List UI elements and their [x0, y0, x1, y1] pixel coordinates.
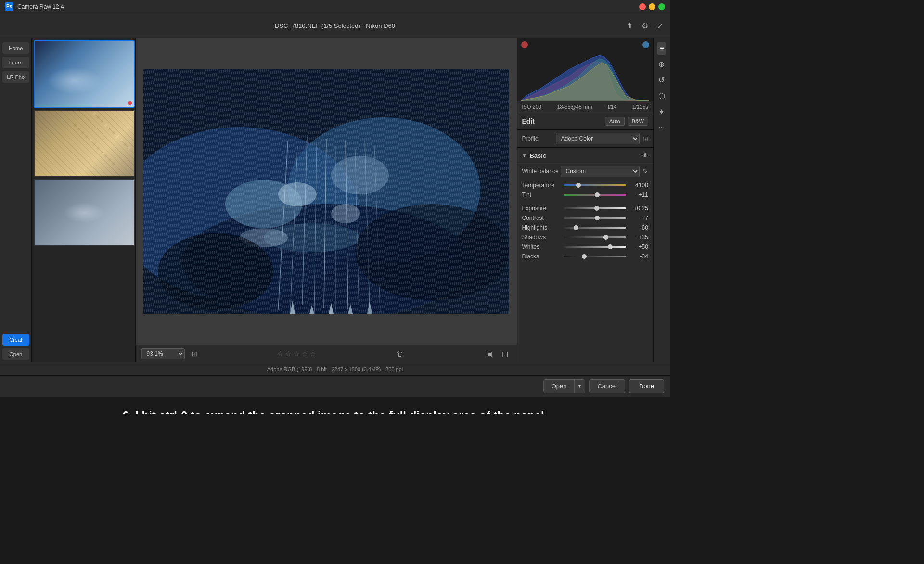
- contrast-track[interactable]: [564, 217, 626, 219]
- edit-title: Edit: [522, 117, 535, 125]
- sidebar-item-open[interactable]: Open: [2, 348, 29, 360]
- blacks-value: -34: [629, 253, 648, 260]
- svg-line-9: [302, 137, 307, 305]
- star-5[interactable]: ☆: [310, 350, 316, 358]
- done-button[interactable]: Done: [629, 379, 664, 393]
- svg-line-8: [290, 146, 297, 314]
- tint-thumb[interactable]: [595, 192, 600, 197]
- right-icon-adjust[interactable]: ≡: [657, 42, 666, 55]
- iso-info: ISO 200: [522, 104, 541, 110]
- svg-point-18: [331, 204, 360, 223]
- shadow-clipping-indicator[interactable]: [642, 41, 649, 48]
- whites-thumb[interactable]: [608, 244, 613, 249]
- app-title: Camera Raw 12.4: [17, 3, 64, 10]
- caption-text: 6. I hit ctrl-0 to expand the cropped im…: [123, 409, 548, 414]
- contrast-label: Contrast: [522, 215, 561, 221]
- open-button-group: Open ▾: [543, 379, 586, 393]
- sidebar-item-lr[interactable]: LR Pho: [2, 71, 29, 83]
- highlights-value: -60: [629, 224, 648, 231]
- canvas-area: 93.1% 50% 100% Fit in View ⊞ ☆ ☆ ☆ ☆ ☆ 🗑…: [136, 38, 517, 362]
- view-controls: ▣ ◫: [483, 349, 511, 359]
- sidebar-item-home[interactable]: Home: [2, 42, 29, 54]
- profile-row: Profile Adobe Color Adobe Standard Adobe…: [517, 130, 653, 148]
- sidebar-item-create[interactable]: Creat: [2, 334, 29, 346]
- sidebar-item-learn[interactable]: Learn: [2, 57, 29, 68]
- thumbnail-item[interactable]: [34, 40, 135, 108]
- shutter-info: 1/125s: [632, 104, 648, 110]
- expand-button[interactable]: ⤢: [655, 19, 665, 32]
- basic-section-header[interactable]: ▼ Basic 👁: [517, 148, 653, 164]
- thumbnail-item[interactable]: [34, 179, 135, 246]
- right-icon-bar: ≡ ⊕ ↺ ⬡ ✦ ···: [653, 38, 670, 362]
- blacks-track[interactable]: [564, 256, 626, 257]
- profile-select[interactable]: Adobe Color Adobe Standard Adobe Landsca…: [556, 133, 640, 144]
- full-screen-button[interactable]: ▣: [483, 349, 495, 359]
- svg-marker-22: [290, 300, 295, 314]
- compare-button[interactable]: ◫: [499, 349, 511, 359]
- right-icon-mask[interactable]: ⬡: [656, 90, 667, 103]
- whites-track[interactable]: [564, 246, 626, 248]
- svg-line-10: [314, 144, 317, 314]
- cancel-button[interactable]: Cancel: [589, 379, 625, 393]
- svg-rect-0: [143, 69, 509, 314]
- contrast-thumb[interactable]: [595, 216, 600, 220]
- star-1[interactable]: ☆: [277, 350, 283, 358]
- zoom-select[interactable]: 93.1% 50% 100% Fit in View: [141, 348, 185, 359]
- svg-point-21: [355, 204, 509, 300]
- maximize-button[interactable]: [658, 3, 665, 10]
- action-bar: Open ▾ Cancel Done: [0, 375, 670, 397]
- svg-line-11: [324, 139, 326, 308]
- svg-point-6: [264, 223, 360, 252]
- right-icon-crop[interactable]: ⊕: [656, 58, 667, 71]
- temperature-track[interactable]: [564, 184, 626, 186]
- right-icon-heal[interactable]: ↺: [656, 74, 667, 87]
- tint-slider-row: Tint +11: [522, 192, 648, 198]
- profile-grid-button[interactable]: ⊞: [642, 135, 648, 142]
- title-bar: Ps Camera Raw 12.4: [0, 0, 670, 13]
- image-container[interactable]: [136, 38, 517, 345]
- white-balance-select[interactable]: Custom As Shot Auto Daylight Cloudy Shad…: [561, 166, 640, 177]
- tint-label: Tint: [522, 192, 561, 198]
- blacks-thumb[interactable]: [582, 254, 587, 259]
- shadows-track[interactable]: [564, 236, 626, 238]
- white-balance-eyedropper[interactable]: ✎: [642, 167, 648, 175]
- tint-track[interactable]: [564, 194, 626, 196]
- highlights-thumb[interactable]: [574, 225, 578, 230]
- close-button[interactable]: [639, 3, 646, 10]
- exposure-thumb[interactable]: [594, 206, 599, 211]
- minimize-button[interactable]: [649, 3, 655, 10]
- shadows-thumb[interactable]: [603, 235, 608, 240]
- bw-button[interactable]: B&W: [628, 117, 648, 126]
- main-header: DSC_7810.NEF (1/5 Selected) - Nikon D60 …: [0, 13, 670, 38]
- blacks-slider-row: Blacks -34: [522, 253, 648, 260]
- svg-line-16: [374, 145, 380, 312]
- shadows-slider-row: Shadows +35: [522, 234, 648, 241]
- header-actions: ⬆ ⚙ ⤢: [625, 19, 665, 32]
- canvas-toolbar: 93.1% 50% 100% Fit in View ⊞ ☆ ☆ ☆ ☆ ☆ 🗑…: [136, 345, 517, 362]
- filmstrip-toggle[interactable]: ⊞: [189, 349, 200, 359]
- open-dropdown-button[interactable]: ▾: [574, 380, 585, 393]
- share-button[interactable]: ⬆: [625, 19, 635, 32]
- svg-point-3: [182, 204, 471, 314]
- star-rating: ☆ ☆ ☆ ☆ ☆: [277, 350, 316, 358]
- svg-line-14: [355, 149, 359, 314]
- auto-button[interactable]: Auto: [605, 117, 625, 126]
- section-toggle-icon: ▼: [522, 153, 527, 158]
- star-4[interactable]: ☆: [302, 350, 308, 358]
- lens-info: 18-55@48 mm: [557, 104, 592, 110]
- temperature-thumb[interactable]: [576, 183, 581, 188]
- star-2[interactable]: ☆: [285, 350, 292, 358]
- settings-button[interactable]: ⚙: [640, 19, 650, 32]
- right-icon-redeye[interactable]: ✦: [656, 105, 667, 118]
- open-button[interactable]: Open: [544, 380, 575, 393]
- star-3[interactable]: ☆: [294, 350, 300, 358]
- exposure-track[interactable]: [564, 207, 626, 209]
- section-visibility-icon[interactable]: 👁: [642, 152, 648, 159]
- highlights-track[interactable]: [564, 227, 626, 229]
- highlight-clipping-indicator[interactable]: [521, 41, 528, 48]
- delete-button[interactable]: 🗑: [393, 349, 406, 359]
- white-balance-row: White balance Custom As Shot Auto Daylig…: [517, 164, 653, 180]
- right-icon-more[interactable]: ···: [656, 121, 667, 134]
- svg-line-7: [278, 141, 288, 310]
- thumbnail-item[interactable]: [34, 110, 135, 177]
